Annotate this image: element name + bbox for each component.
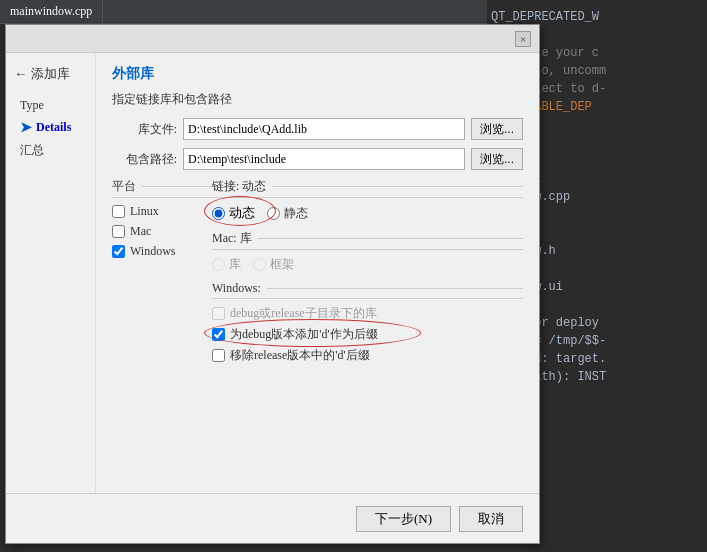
windows-debug-release-checkbox[interactable] [212, 307, 225, 320]
platform-linux-label: Linux [130, 204, 159, 219]
sidebar-summary-label: 汇总 [20, 143, 44, 157]
windows-header: Windows: [212, 281, 523, 299]
windows-debug-suffix-label: 为debug版本添加'd'作为后缀 [230, 326, 378, 343]
link-divider [272, 186, 523, 187]
include-path-row: 包含路径: 浏览... [112, 148, 523, 170]
lib-file-row: 库文件: 浏览... [112, 118, 523, 140]
mac-lib-radio[interactable] [212, 258, 225, 271]
platform-windows-checkbox[interactable] [112, 245, 125, 258]
next-button[interactable]: 下一步(N) [356, 506, 451, 532]
windows-debug-release-row: debug或release子目录下的库 [212, 305, 523, 322]
link-header-label: 链接: 动态 [212, 178, 266, 195]
cancel-button[interactable]: 取消 [459, 506, 523, 532]
platform-divider [142, 186, 212, 187]
sidebar-item-type[interactable]: Type [14, 95, 87, 116]
mac-framework-radio[interactable] [253, 258, 266, 271]
link-static-label: 静态 [284, 205, 308, 222]
lib-file-label: 库文件: [112, 121, 177, 138]
mac-lib-label: 库 [229, 256, 241, 273]
sidebar-type-label: Type [20, 98, 44, 112]
include-path-browse-button[interactable]: 浏览... [471, 148, 523, 170]
include-path-input[interactable] [183, 148, 465, 170]
sidebar-item-summary[interactable]: 汇总 [14, 139, 87, 162]
windows-debug-suffix-row: 为debug版本添加'd'作为后缀 [212, 326, 523, 343]
mac-framework-label: 框架 [270, 256, 294, 273]
platform-windows-label: Windows [130, 244, 176, 259]
mac-framework-radio-label: 框架 [253, 256, 294, 273]
windows-debug-release-label: debug或release子目录下的库 [230, 305, 377, 322]
section-desc: 指定链接库和包含路径 [112, 91, 523, 108]
windows-release-suffix-label: 移除release版本中的'd'后缀 [230, 347, 370, 364]
platform-windows-row: Windows [112, 244, 212, 259]
sidebar-details-label: Details [36, 120, 71, 135]
mac-radio-group: 库 框架 [212, 256, 523, 273]
platform-link-section: 平台 Linux Mac Windows [112, 178, 523, 368]
tab-label: mainwindow.cpp [10, 4, 92, 19]
add-library-dialog: × ← 添加库 Type ➤ Details 汇总 外部库 指定链接库和包含路径 [5, 24, 540, 544]
platform-linux-row: Linux [112, 204, 212, 219]
mac-header: Mac: 库 [212, 230, 523, 250]
debug-suffix-highlight: 为debug版本添加'd'作为后缀 [212, 326, 378, 343]
section-title: 外部库 [112, 65, 523, 83]
windows-release-suffix-row: 移除release版本中的'd'后缀 [212, 347, 523, 364]
back-arrow-icon: ← [14, 66, 27, 82]
mac-divider [258, 238, 523, 239]
dialog-main-content: 外部库 指定链接库和包含路径 库文件: 浏览... 包含路径: 浏览... 平台 [96, 53, 539, 493]
back-label: 添加库 [31, 65, 70, 83]
platform-linux-checkbox[interactable] [112, 205, 125, 218]
windows-section: Windows: debug或release子目录下的库 为debug版本添加'… [212, 281, 523, 364]
link-static-radio[interactable] [267, 207, 280, 220]
include-path-label: 包含路径: [112, 151, 177, 168]
windows-release-suffix-checkbox[interactable] [212, 349, 225, 362]
platform-mac-checkbox[interactable] [112, 225, 125, 238]
back-button[interactable]: ← 添加库 [14, 65, 87, 83]
platform-mac-row: Mac [112, 224, 212, 239]
mac-section: Mac: 库 库 框架 [212, 230, 523, 273]
platform-mac-label: Mac [130, 224, 151, 239]
tab-mainwindow[interactable]: mainwindow.cpp [0, 0, 103, 23]
platform-column: 平台 Linux Mac Windows [112, 178, 212, 368]
close-icon: × [520, 33, 526, 45]
dialog-titlebar: × [6, 25, 539, 53]
link-header: 链接: 动态 [212, 178, 523, 198]
platform-header: 平台 [112, 178, 212, 198]
dialog-body: ← 添加库 Type ➤ Details 汇总 外部库 指定链接库和包含路径 库… [6, 53, 539, 493]
link-radio-group: 动态 静态 [212, 204, 523, 222]
link-column: 链接: 动态 动态 静态 [212, 178, 523, 368]
lib-file-browse-button[interactable]: 浏览... [471, 118, 523, 140]
link-dynamic-label: 动态 [229, 204, 255, 222]
platform-header-label: 平台 [112, 178, 136, 195]
sidebar-arrow-icon: ➤ [20, 119, 32, 136]
dynamic-radio-highlight: 动态 [212, 204, 255, 222]
link-dynamic-radio[interactable] [212, 207, 225, 220]
sidebar-item-details[interactable]: ➤ Details [14, 116, 87, 139]
lib-file-input[interactable] [183, 118, 465, 140]
mac-header-label: Mac: 库 [212, 230, 252, 247]
windows-header-label: Windows: [212, 281, 261, 296]
mac-lib-radio-label: 库 [212, 256, 241, 273]
close-button[interactable]: × [515, 31, 531, 47]
link-static-radio-label: 静态 [267, 205, 308, 222]
dialog-footer: 下一步(N) 取消 [6, 493, 539, 543]
windows-debug-suffix-checkbox[interactable] [212, 328, 225, 341]
tab-bar: mainwindow.cpp [0, 0, 490, 24]
windows-divider [267, 288, 523, 289]
dialog-sidebar: ← 添加库 Type ➤ Details 汇总 [6, 53, 96, 493]
